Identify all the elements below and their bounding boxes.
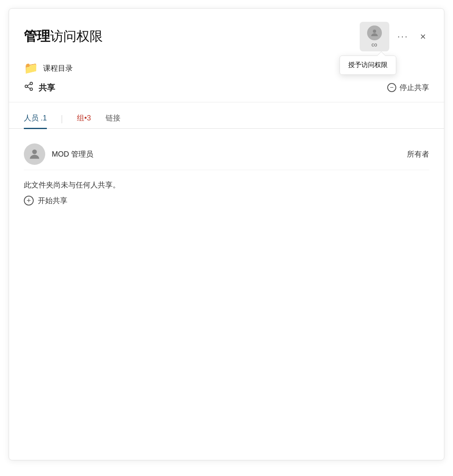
stop-share-label: 停止共享 [400, 83, 429, 92]
person-name: MOD 管理员 [52, 149, 93, 159]
share-icon [24, 81, 34, 94]
tab-links[interactable]: 链接 [106, 108, 120, 129]
title-bold-part: 管理 [24, 29, 50, 44]
share-row: 共享 − 停止共享 [9, 78, 444, 97]
tab-divider [62, 115, 62, 123]
tab-groups-label: 组 [77, 114, 84, 122]
header-actions: co 授予访问权限 ··· × [360, 22, 429, 51]
avatar-button[interactable]: co [360, 22, 389, 51]
svg-point-6 [32, 150, 37, 154]
tab-people-label: 人员 [24, 114, 39, 122]
tab-people-count: .1 [39, 114, 47, 122]
person-role: 所有者 [407, 149, 429, 159]
start-share-button[interactable]: + 开始共享 [24, 194, 429, 207]
more-button[interactable]: ··· [394, 30, 412, 44]
folder-name: 课程目录 [43, 63, 73, 73]
user-icon [370, 28, 379, 38]
dialog-header: 管理访问权限 co 授予访问权限 ··· × [9, 9, 444, 58]
plus-icon: + [24, 196, 34, 206]
avatar [24, 143, 45, 165]
dialog-title: 管理访问权限 [24, 28, 103, 46]
divider [9, 102, 444, 102]
close-button[interactable]: × [417, 29, 429, 44]
svg-line-4 [28, 87, 30, 89]
content-area: MOD 管理员 所有者 此文件夹尚未与任何人共享。 + 开始共享 [9, 129, 444, 217]
svg-point-0 [373, 30, 376, 33]
stop-icon: − [387, 83, 396, 92]
person-left: MOD 管理员 [24, 143, 93, 165]
folder-icon: 📁 [24, 61, 38, 75]
empty-share-message: 此文件夹尚未与任何人共享。 [24, 170, 429, 194]
table-row: MOD 管理员 所有者 [24, 139, 429, 170]
start-share-label: 开始共享 [38, 196, 67, 206]
share-label: 共享 [39, 82, 55, 93]
grant-access-tooltip: 授予访问权限 [340, 55, 396, 75]
tooltip-text: 授予访问权限 [348, 61, 388, 68]
tab-links-label: 链接 [106, 114, 120, 122]
person-icon [28, 147, 42, 161]
tab-groups-count: •3 [84, 114, 91, 122]
tab-people[interactable]: 人员 .1 [24, 108, 47, 129]
tab-groups[interactable]: 组•3 [77, 108, 91, 129]
svg-line-5 [28, 84, 30, 86]
manage-access-dialog: 管理访问权限 co 授予访问权限 ··· × 📁 课程目录 [9, 8, 444, 460]
avatar-label: co [372, 42, 377, 48]
tabs-bar: 人员 .1 组•3 链接 [9, 107, 444, 129]
title-normal-part: 访问权限 [50, 29, 103, 44]
avatar-icon [367, 25, 382, 40]
share-left: 共享 [24, 81, 55, 94]
stop-share-button[interactable]: − 停止共享 [387, 83, 429, 92]
